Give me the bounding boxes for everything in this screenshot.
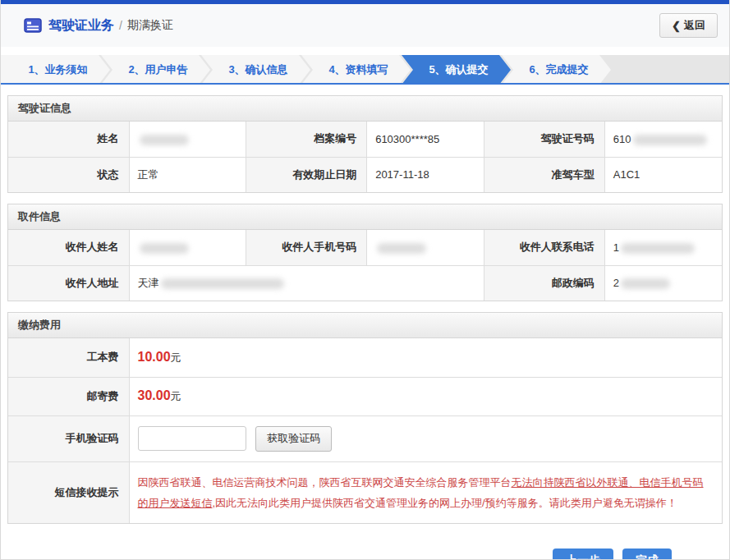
production-fee-value: 10.00元 xyxy=(129,338,722,377)
sms-notice-label: 短信接收提示 xyxy=(8,461,129,523)
previous-step-button[interactable]: 上一步 xyxy=(553,549,613,560)
page: 驾驶证业务 / 期满换证 ❮ 返回 1、业务须知 2、用户申告 3、确认信息 4… xyxy=(0,0,730,560)
table-row: 状态 正常 有效期止日期 2017-11-18 准驾车型 A1C1 xyxy=(8,157,722,192)
name-label: 姓名 xyxy=(8,122,129,157)
table-row: 短信接收提示 因陕西省联通、电信运营商技术问题，陕西省互联网交通安全综合服务管理… xyxy=(8,461,722,523)
redacted-blur xyxy=(140,135,189,145)
fee-unit: 元 xyxy=(171,390,181,402)
fee-amount: 30.00 xyxy=(138,388,171,402)
page-title: 驾驶证业务 xyxy=(48,17,114,34)
license-number-value: 610 xyxy=(604,122,722,157)
captcha-cell: 获取验证码 xyxy=(129,415,722,461)
pickup-info-title: 取件信息 xyxy=(8,204,722,230)
footer-actions: 上一步 完成 xyxy=(7,524,723,560)
get-captcha-button[interactable]: 获取验证码 xyxy=(255,426,332,452)
chevron-left-icon: ❮ xyxy=(672,20,681,32)
redacted-blur xyxy=(621,278,670,289)
redacted-blur xyxy=(621,243,695,254)
redacted-blur xyxy=(377,243,426,254)
back-button[interactable]: ❮ 返回 xyxy=(659,13,718,38)
step-4-fill-data[interactable]: 4、资料填写 xyxy=(301,55,411,85)
recipient-address-label: 收件人地址 xyxy=(8,265,129,301)
table-row: 工本费 10.00元 xyxy=(8,338,722,377)
production-fee-label: 工本费 xyxy=(8,338,129,377)
vehicle-class-value: A1C1 xyxy=(604,157,722,192)
file-number-value: 610300****85 xyxy=(367,122,484,157)
license-info-section: 驾驶证信息 姓名 档案编号 610300****85 驾驶证号码 610 状态 … xyxy=(7,95,723,193)
recipient-mobile-value xyxy=(367,230,484,265)
license-number-label: 驾驶证号码 xyxy=(484,122,604,157)
captcha-label: 手机验证码 xyxy=(8,415,129,461)
finish-button[interactable]: 完成 xyxy=(622,549,672,560)
mailing-fee-value: 30.00元 xyxy=(129,377,722,415)
fee-amount: 10.00 xyxy=(138,350,171,364)
captcha-input[interactable] xyxy=(138,426,246,451)
sms-notice-text: 因陕西省联通、电信运营商技术问题，陕西省互联网交通安全综合服务管理平台无法向持陕… xyxy=(129,461,722,523)
fee-unit: 元 xyxy=(171,351,181,364)
recipient-phone-label: 收件人联系电话 xyxy=(484,230,604,265)
step-3-confirm-info[interactable]: 3、确认信息 xyxy=(201,55,310,85)
status-value: 正常 xyxy=(129,157,246,192)
table-row: 手机验证码 获取验证码 xyxy=(8,415,722,461)
license-info-title: 驾驶证信息 xyxy=(8,96,722,122)
step-wizard: 1、业务须知 2、用户申告 3、确认信息 4、资料填写 5、确认提交 6、完成提… xyxy=(1,55,729,85)
breadcrumb-current: 期满换证 xyxy=(127,18,173,33)
step-6-complete[interactable]: 6、完成提交 xyxy=(502,55,611,85)
table-row: 收件人姓名 收件人手机号码 收件人联系电话 1 xyxy=(8,230,722,265)
mailing-fee-label: 邮寄费 xyxy=(8,377,129,415)
back-button-label: 返回 xyxy=(684,18,705,33)
name-value xyxy=(129,122,246,157)
page-header: 驾驶证业务 / 期满换证 ❮ 返回 xyxy=(1,4,729,47)
recipient-name-value xyxy=(129,230,246,265)
recipient-address-value: 天津 xyxy=(129,265,484,301)
breadcrumb-separator: / xyxy=(119,19,122,32)
postal-code-value: 2 xyxy=(604,265,722,301)
fees-section: 缴纳费用 工本费 10.00元 邮寄费 30.00元 手机验证码 xyxy=(7,312,723,524)
pickup-info-section: 取件信息 收件人姓名 收件人手机号码 收件人联系电话 1 收件人地址 天津 邮政… xyxy=(7,204,723,301)
recipient-phone-value: 1 xyxy=(604,230,722,265)
fees-title: 缴纳费用 xyxy=(8,313,722,338)
step-2-declaration[interactable]: 2、用户申告 xyxy=(101,55,210,85)
step-1-notice[interactable]: 1、业务须知 xyxy=(1,55,110,85)
recipient-mobile-label: 收件人手机号码 xyxy=(246,230,367,265)
redacted-blur xyxy=(140,243,189,254)
vehicle-class-label: 准驾车型 xyxy=(484,157,604,192)
step-5-confirm-submit[interactable]: 5、确认提交 xyxy=(402,55,511,85)
table-row: 收件人地址 天津 邮政编码 2 xyxy=(8,265,722,301)
file-number-label: 档案编号 xyxy=(246,122,367,157)
valid-until-label: 有效期止日期 xyxy=(246,157,367,192)
recipient-name-label: 收件人姓名 xyxy=(8,230,129,265)
redacted-blur xyxy=(633,135,707,145)
valid-until-value: 2017-11-18 xyxy=(367,157,484,192)
license-menu-icon xyxy=(24,18,42,33)
table-row: 姓名 档案编号 610300****85 驾驶证号码 610 xyxy=(8,122,722,157)
status-label: 状态 xyxy=(8,157,129,192)
table-row: 邮寄费 30.00元 xyxy=(8,377,722,415)
redacted-blur xyxy=(161,278,284,289)
postal-code-label: 邮政编码 xyxy=(484,265,604,301)
